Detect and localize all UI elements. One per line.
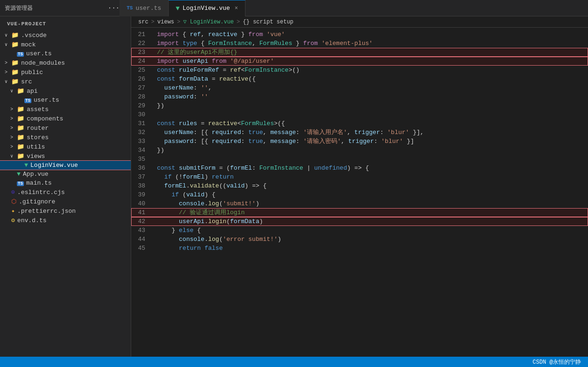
tree-arrow: ∨ [10,153,17,159]
sidebar-item-node_modules[interactable]: >📁 node_modules [0,58,131,67]
token-plain: ) => { [245,182,267,189]
code-line-29: 29}) [131,101,588,110]
sidebar-item-App-vue[interactable]: ▼ App.vue [0,170,131,179]
sidebar-item-assets[interactable]: >📁 assets [0,105,131,114]
tree-item-label: .gitignore [19,198,55,205]
breadcrumb-src: src [138,19,149,25]
sidebar-item--prettierrc.json[interactable]: ✦ .prettierrc.json [0,206,131,216]
token-kw: const [157,165,175,172]
token-var: console [179,236,205,243]
token-kw: type [183,40,197,47]
code-line-32: 32 userName: [{ required: true, message:… [131,128,588,137]
sidebar-item--gitignore[interactable]: ⬡ .gitignore [0,197,131,206]
tab-user-ts[interactable]: TSuser.ts [119,0,169,16]
tree-item-label: stores [27,134,49,141]
tree-item-label: views [27,153,45,160]
token-comment: // 验证通过调用login [179,209,245,216]
tree-file-icon: 📁 [11,68,19,76]
tree-file-icon: 📁 [17,134,24,141]
line-content: const submitForm = (formEl: FormInstance… [155,164,588,172]
sidebar-item-router[interactable]: >📁 router [0,123,131,133]
token-plain [175,75,179,82]
tree-file-icon: TS [17,50,24,57]
code-line-33: 33 password: [{ required: true, message:… [131,137,588,146]
token-fn: reactive [219,75,248,82]
token-plain: { [197,40,208,47]
tree-item-label: api [27,88,37,95]
sidebar-item-components[interactable]: >📁 components [0,114,131,123]
sidebar-item-src[interactable]: ∨📁 src [0,77,131,86]
sidebar-item-views[interactable]: ∨📁 views [0,151,131,161]
token-plain [175,165,179,172]
line-number: 34 [131,146,155,155]
token-str: 'vue' [267,31,285,38]
sidebar-item-utils[interactable]: >📁 utils [0,142,131,151]
sidebar-item-main-ts[interactable]: TS main.ts [0,179,131,187]
token-plain: = [197,120,208,127]
token-kw: undefined [314,165,347,172]
sidebar-item-LoginView-vue[interactable]: ▼ LoginView.vue [0,161,131,170]
token-plain [175,120,179,127]
token-kw2: from [212,58,226,65]
token-type: FormRules [259,40,292,47]
tree-file-icon: 📁 [11,78,19,85]
tree-arrow: ∨ [5,42,11,47]
line-number: 29 [131,101,155,110]
breadcrumb-sep2: > [177,19,180,25]
token-kw2: import [157,40,179,47]
code-line-23: 23// 这里的userApi不用加{} [131,48,588,57]
token-plain [157,236,179,243]
breadcrumb-section: {} script setup [243,19,293,25]
code-editor[interactable]: 21import { ref, reactive } from 'vue'22i… [131,28,588,357]
breadcrumb: src > views > ▽ LoginView.vue > {} scrip… [131,16,588,28]
token-plain: : [296,138,304,145]
token-plain [157,84,164,91]
token-plain: , [201,31,208,38]
sidebar-item-api[interactable]: ∨📁 api [0,86,131,96]
token-plain: , [263,129,270,136]
token-var: submitForm [179,165,216,172]
line-content: const formData = reactive({ [155,75,588,83]
token-plain: | [303,165,314,172]
token-str: 'error submit!' [223,236,277,243]
tab-close-loginview-vue[interactable]: × [235,5,238,12]
tree-item-label: .prettierrc.json [17,208,76,215]
sidebar-item-mock[interactable]: ∨📁 mock [0,40,131,49]
token-plain: >({ [274,120,285,127]
token-prop: required [212,138,241,145]
line-content: import type { FormInstance, FormRules } … [155,39,588,48]
sidebar-item-stores[interactable]: >📁 stores [0,133,131,142]
editor-area: src > views > ▽ LoginView.vue > {} scrip… [131,16,588,357]
token-kw: return [179,245,201,252]
token-plain: (! [171,173,182,180]
token-prop: password [164,93,194,100]
token-kw: if [171,191,179,198]
token-plain: : [374,138,381,145]
token-prop: userName [164,129,194,136]
line-number: 32 [131,128,155,137]
tree-arrow: > [10,116,17,121]
sidebar-item-env-d.ts[interactable]: ⚙ env.d.ts [0,216,131,225]
tree-item-label: node_modules [21,60,65,67]
sidebar-item--eslintrc.cjs[interactable]: ⊙ .eslintrc.cjs [0,187,131,197]
tree-file-icon: 📁 [17,87,24,95]
tree-arrow: ∨ [10,88,17,94]
token-plain: , [263,138,270,145]
sidebar-item-user-ts[interactable]: TS user.ts [0,96,131,105]
token-kw: const [157,67,175,74]
token-str: 'element-plus' [321,40,372,47]
sidebar-item--vscode[interactable]: ∨📁 .vscode [0,30,131,40]
token-kw: if [164,173,172,180]
code-line-39: 39 if (valid) { [131,190,588,199]
line-number: 26 [131,75,155,83]
token-plain: = [208,75,219,82]
sidebar-item-public[interactable]: >📁 public [0,67,131,77]
tab-loginview-vue[interactable]: ▼LoginView.vue× [169,0,246,16]
token-str: 'blur' [381,138,403,145]
sidebar-item-user-ts[interactable]: TS user.ts [0,49,131,58]
title-dots[interactable]: ··· [108,4,119,12]
token-plain [157,209,179,216]
tree-arrow: > [10,126,17,131]
token-plain [157,218,179,225]
token-prop: message [270,138,296,145]
